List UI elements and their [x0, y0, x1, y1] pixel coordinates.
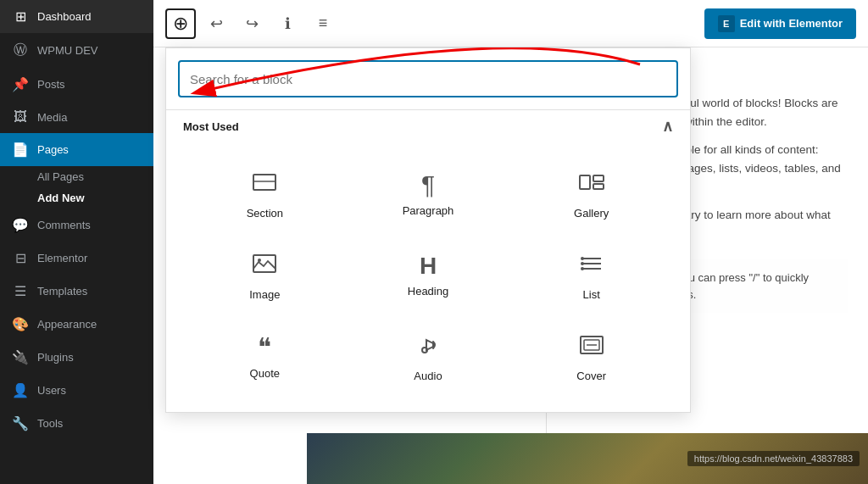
- image-block-icon: [251, 250, 278, 281]
- sidebar-item-tools[interactable]: 🔧 Tools: [0, 407, 153, 440]
- tools-icon: 🔧: [12, 415, 29, 431]
- block-label: Cover: [576, 370, 606, 382]
- search-input[interactable]: [190, 72, 666, 86]
- sidebar: ⊞ Dashboard Ⓦ WPMU DEV 📌 Posts 🖼 Media 📄…: [0, 0, 153, 484]
- add-block-button[interactable]: ⊕: [165, 8, 196, 39]
- sidebar-item-label: Plugins: [37, 351, 74, 364]
- posts-icon: 📌: [12, 76, 29, 92]
- sidebar-item-label: Elementor: [37, 252, 87, 264]
- collapse-button[interactable]: ∧: [662, 117, 673, 136]
- block-item-cover[interactable]: Cover: [509, 314, 673, 395]
- cover-block-icon: [578, 331, 605, 363]
- appearance-icon: 🎨: [12, 316, 29, 332]
- sidebar-item-label: Media: [37, 111, 67, 124]
- sidebar-item-users[interactable]: 👤 Users: [0, 374, 153, 407]
- sidebar-item-label: WPMU DEV: [37, 44, 98, 57]
- sidebar-item-plugins[interactable]: 🔌 Plugins: [0, 341, 153, 374]
- bottom-image-strip: https://blog.csdn.net/weixin_43837883: [307, 433, 868, 484]
- heading-block-icon: H: [420, 254, 437, 278]
- sidebar-item-label: Appearance: [37, 318, 97, 331]
- media-icon: 🖼: [12, 109, 29, 125]
- elementor-btn-label: Edit with Elementor: [740, 17, 843, 30]
- block-item-paragraph[interactable]: ¶ Paragraph: [347, 151, 510, 232]
- info-button[interactable]: ℹ: [272, 8, 303, 39]
- gallery-block-icon: [578, 169, 605, 200]
- menu-button[interactable]: ≡: [308, 8, 338, 39]
- svg-rect-3: [593, 175, 604, 181]
- block-item-section[interactable]: Section: [183, 151, 347, 232]
- plus-icon: ⊕: [173, 13, 188, 35]
- info-icon: ℹ: [285, 14, 291, 33]
- redo-icon: ↪: [246, 14, 259, 33]
- sidebar-item-comments[interactable]: 💬 Comments: [0, 209, 153, 242]
- sidebar-item-label: Pages: [37, 143, 69, 156]
- url-badge: https://blog.csdn.net/weixin_43837883: [687, 451, 860, 466]
- block-item-gallery[interactable]: Gallery: [509, 151, 673, 232]
- svg-rect-4: [593, 184, 604, 189]
- section-title: Most Used: [183, 120, 239, 133]
- block-item-quote[interactable]: ❝ Quote: [183, 314, 347, 395]
- wpmu-icon: Ⓦ: [12, 42, 29, 59]
- sidebar-item-pages[interactable]: 📄 Pages: [0, 133, 153, 166]
- block-item-audio[interactable]: Audio: [347, 314, 510, 395]
- block-label: Heading: [408, 285, 448, 298]
- block-item-image[interactable]: Image: [183, 232, 347, 314]
- block-item-list[interactable]: List: [509, 232, 673, 314]
- pages-submenu: All Pages Add New: [0, 166, 153, 209]
- undo-icon: ↩: [210, 14, 223, 33]
- sidebar-item-label: Templates: [37, 285, 87, 298]
- sidebar-submenu-all-pages[interactable]: All Pages: [37, 166, 153, 187]
- elementor-icon: ⊟: [12, 250, 29, 266]
- quote-block-icon: ❝: [258, 335, 271, 360]
- sidebar-item-label: Comments: [37, 219, 91, 231]
- editor-toolbar: ⊕ ↩ ↪ ℹ ≡ E Edit with Elementor: [153, 0, 868, 47]
- sidebar-item-wpmu[interactable]: Ⓦ WPMU DEV: [0, 33, 153, 68]
- svg-point-11: [581, 262, 584, 265]
- blocks-grid: Section ¶ Paragraph Gallery: [166, 142, 690, 412]
- svg-point-6: [258, 259, 261, 262]
- sidebar-item-label: Dashboard: [37, 10, 92, 23]
- sidebar-item-appearance[interactable]: 🎨 Appearance: [0, 308, 153, 341]
- block-label: Image: [249, 288, 280, 301]
- elementor-logo-icon: E: [718, 15, 735, 32]
- list-block-icon: [578, 250, 605, 281]
- sidebar-item-media[interactable]: 🖼 Media: [0, 101, 153, 133]
- sidebar-item-posts[interactable]: 📌 Posts: [0, 68, 153, 101]
- block-label: List: [583, 288, 600, 301]
- svg-point-12: [581, 267, 584, 270]
- block-label: Paragraph: [403, 204, 454, 217]
- sidebar-item-elementor[interactable]: ⊟ Elementor: [0, 242, 153, 275]
- menu-icon: ≡: [319, 14, 328, 32]
- sidebar-item-dashboard[interactable]: ⊞ Dashboard: [0, 0, 153, 33]
- redo-button[interactable]: ↪: [236, 8, 267, 39]
- svg-rect-0: [253, 175, 275, 190]
- plugins-icon: 🔌: [12, 349, 29, 365]
- search-box: [178, 60, 678, 97]
- block-item-heading[interactable]: H Heading: [347, 232, 510, 314]
- templates-icon: ☰: [12, 283, 29, 299]
- edit-with-elementor-button[interactable]: E Edit with Elementor: [704, 8, 856, 39]
- block-picker-panel: Most Used ∧ Section ¶ Paragraph: [165, 47, 691, 413]
- paragraph-block-icon: ¶: [421, 172, 435, 197]
- block-label: Quote: [250, 367, 280, 380]
- section-block-icon: [251, 169, 278, 200]
- main-content: ⊕ ↩ ↪ ℹ ≡ E Edit with Elementor Most Use…: [153, 0, 868, 484]
- block-label: Audio: [414, 370, 442, 382]
- svg-rect-2: [580, 175, 590, 189]
- sidebar-item-label: Tools: [37, 417, 63, 430]
- sidebar-item-label: Posts: [37, 78, 65, 91]
- dashboard-icon: ⊞: [12, 8, 29, 25]
- sidebar-item-templates[interactable]: ☰ Templates: [0, 275, 153, 308]
- pages-icon: 📄: [12, 142, 29, 158]
- audio-block-icon: [415, 331, 442, 363]
- sidebar-item-label: Users: [37, 384, 66, 397]
- comments-icon: 💬: [12, 217, 29, 233]
- most-used-section-header: Most Used ∧: [166, 109, 690, 142]
- sidebar-submenu-add-new[interactable]: Add New: [37, 187, 153, 209]
- block-label: Section: [247, 207, 283, 220]
- svg-point-10: [581, 257, 584, 260]
- users-icon: 👤: [12, 382, 29, 398]
- block-label: Gallery: [574, 207, 609, 220]
- undo-button[interactable]: ↩: [201, 8, 231, 39]
